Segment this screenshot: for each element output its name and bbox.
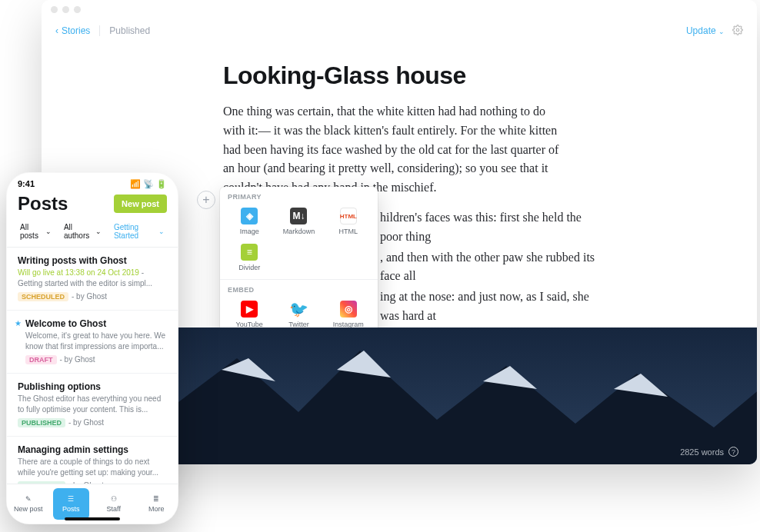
tab-posts[interactable]: ☰ Posts bbox=[53, 488, 90, 520]
list-item[interactable]: Welcome to Ghost Welcome, it's great to … bbox=[7, 311, 178, 374]
menu-section-embed: EMBED bbox=[220, 280, 378, 297]
traffic-min-icon[interactable] bbox=[62, 6, 69, 13]
post-title[interactable]: Looking-Glass house bbox=[223, 62, 757, 90]
filter-all-authors[interactable]: All authors ⌄ bbox=[60, 221, 105, 242]
menu-section-primary: PRIMARY bbox=[220, 187, 378, 204]
filter-bar: All posts ⌄ All authors ⌄ Getting Starte… bbox=[7, 221, 178, 247]
post-item-excerpt: Welcome, it's great to have you here. We… bbox=[25, 331, 167, 351]
menu-item-html[interactable]: HTMLHTML bbox=[324, 204, 373, 238]
divider-icon: ≡ bbox=[241, 244, 258, 261]
feature-image bbox=[178, 328, 757, 464]
byline: - by Ghost bbox=[72, 292, 107, 301]
breadcrumb-status: Published bbox=[99, 25, 150, 36]
html-icon: HTML bbox=[340, 208, 357, 224]
filter-all-posts[interactable]: All posts ⌄ bbox=[16, 221, 55, 242]
youtube-icon: ▶ bbox=[241, 301, 258, 318]
back-link[interactable]: ‹ Stories bbox=[55, 25, 90, 36]
markdown-icon: M↓ bbox=[290, 208, 307, 224]
menu-item-twitter[interactable]: 🐦Twitter bbox=[274, 297, 323, 331]
instagram-icon: ◎ bbox=[340, 301, 357, 318]
twitter-icon: 🐦 bbox=[290, 301, 307, 318]
list-item[interactable]: Writing posts with Ghost Will go live at… bbox=[7, 248, 178, 311]
chevron-left-icon: ‹ bbox=[55, 25, 58, 36]
status-time: 9:41 bbox=[18, 179, 35, 188]
help-icon[interactable]: ? bbox=[728, 447, 738, 457]
post-item-excerpt: The Ghost editor has everything you need… bbox=[18, 394, 167, 414]
settings-gear-icon[interactable] bbox=[732, 25, 743, 38]
add-card-button[interactable]: + bbox=[197, 191, 215, 209]
menu-item-divider[interactable]: ≡Divider bbox=[225, 240, 274, 274]
paragraph[interactable]: , and then with the other paw she rubbed… bbox=[380, 248, 603, 287]
menu-item-image[interactable]: ◈Image bbox=[225, 204, 274, 238]
paragraph[interactable]: One thing was certain, that the white ki… bbox=[223, 102, 569, 198]
list-item[interactable]: Publishing options The Ghost editor has … bbox=[7, 374, 178, 437]
page-title: Posts bbox=[18, 193, 68, 214]
update-button[interactable]: Update ⌄ bbox=[686, 25, 725, 36]
post-item-title: Publishing options bbox=[18, 381, 167, 392]
pen-icon: ✎ bbox=[25, 495, 32, 503]
word-count: 2825 words ? bbox=[680, 447, 738, 457]
post-item-excerpt: There are a couple of things to do next … bbox=[18, 457, 167, 477]
chevron-down-icon: ⌄ bbox=[95, 228, 102, 235]
traffic-close-icon[interactable] bbox=[51, 6, 58, 13]
paragraph[interactable]: ing at the nose: and just now, as I said… bbox=[380, 288, 611, 326]
post-item-title: Welcome to Ghost bbox=[25, 318, 167, 329]
tab-more[interactable]: ≣ More bbox=[135, 484, 178, 524]
more-icon: ≣ bbox=[153, 495, 159, 503]
phone-header: Posts New post bbox=[7, 190, 178, 221]
tab-new-post[interactable]: ✎ New post bbox=[7, 484, 50, 524]
chevron-down-icon: ⌄ bbox=[45, 228, 52, 235]
home-indicator bbox=[65, 517, 120, 520]
post-item-title: Writing posts with Ghost bbox=[18, 255, 167, 266]
menu-item-instagram[interactable]: ◎Instagram bbox=[324, 297, 373, 331]
post-schedule-time: Will go live at 13:38 on 24 Oct 2019 bbox=[18, 268, 139, 277]
chevron-down-icon: ⌄ bbox=[158, 228, 165, 235]
post-list: Writing posts with Ghost Will go live at… bbox=[7, 248, 178, 524]
status-icons: 📶 📡 🔋 bbox=[130, 179, 167, 189]
menu-item-markdown[interactable]: M↓Markdown bbox=[274, 204, 323, 238]
status-badge: DRAFT bbox=[25, 355, 57, 364]
menu-item-youtube[interactable]: ▶YouTube bbox=[225, 297, 274, 331]
paragraph[interactable]: hildren's faces was this: first she held… bbox=[380, 208, 603, 247]
post-item-title: Managing admin settings bbox=[18, 444, 167, 455]
back-label: Stories bbox=[62, 25, 90, 36]
image-icon: ◈ bbox=[241, 208, 258, 224]
phone-mockup: 9:41 📶 📡 🔋 Posts New post All posts ⌄ Al… bbox=[6, 172, 178, 524]
byline: - by Ghost bbox=[68, 418, 104, 427]
status-badge: SCHEDULED bbox=[18, 292, 68, 301]
filter-tag[interactable]: Getting Started ⌄ bbox=[110, 221, 168, 242]
svg-point-0 bbox=[736, 28, 739, 32]
status-bar: 9:41 📶 📡 🔋 bbox=[7, 173, 178, 190]
new-post-button[interactable]: New post bbox=[114, 195, 167, 213]
editor-topbar: ‹ Stories Published Update ⌄ bbox=[42, 18, 757, 43]
window-titlebar bbox=[42, 0, 757, 18]
byline: - by Ghost bbox=[60, 355, 95, 364]
traffic-max-icon[interactable] bbox=[74, 6, 81, 13]
chevron-down-icon: ⌄ bbox=[718, 28, 725, 35]
staff-icon: ⚇ bbox=[111, 495, 117, 503]
posts-icon: ☰ bbox=[68, 495, 74, 503]
status-badge: PUBLISHED bbox=[18, 418, 65, 427]
